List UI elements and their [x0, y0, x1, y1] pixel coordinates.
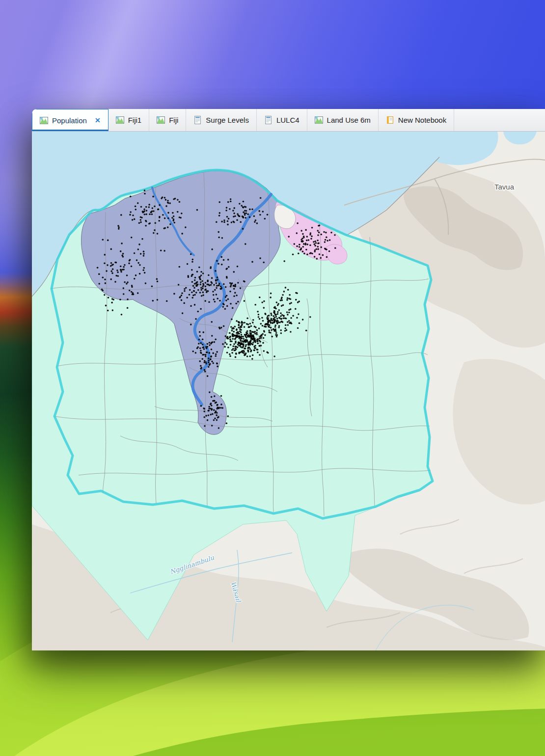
population-dot [214, 400, 216, 402]
population-dot [314, 249, 316, 251]
population-dot [196, 271, 198, 273]
population-dot [144, 214, 146, 216]
population-dot [268, 325, 270, 327]
population-dot [211, 277, 213, 279]
population-dot [277, 311, 279, 313]
population-dot [126, 274, 128, 276]
population-dot [223, 303, 225, 305]
population-dot [249, 209, 251, 211]
population-dot [167, 212, 169, 214]
population-dot [317, 246, 319, 248]
population-dot [239, 330, 241, 332]
tab-fiji[interactable]: Fiji [149, 109, 186, 131]
population-dot [179, 296, 181, 298]
tab-lulc4[interactable]: LULC4 [257, 109, 307, 131]
population-dot [196, 281, 198, 283]
population-dot [219, 300, 221, 302]
population-dot [234, 338, 236, 340]
population-dot [244, 334, 246, 336]
population-dot [137, 262, 139, 264]
tab-population[interactable]: Population✕ [32, 109, 109, 131]
map-canvas[interactable]: TavuaNgglinambuluWasail [32, 132, 545, 650]
population-dot [232, 307, 234, 309]
population-dot [263, 330, 265, 332]
population-dot [173, 216, 175, 217]
population-dot [280, 312, 282, 314]
population-dot [165, 205, 167, 207]
population-dot [111, 302, 113, 304]
population-dot [143, 253, 145, 255]
population-dot [217, 276, 218, 278]
population-dot [276, 336, 278, 338]
population-dot [286, 311, 288, 313]
population-dot [140, 219, 142, 221]
population-dot [216, 402, 218, 404]
tab-fiji1[interactable]: Fiji1 [109, 109, 150, 131]
population-dot [155, 222, 157, 224]
population-dot [217, 366, 218, 368]
population-dot [245, 346, 246, 348]
population-dot [110, 278, 112, 280]
population-dot [209, 363, 211, 365]
tab-land-use-6m[interactable]: Land Use 6m [307, 109, 379, 131]
population-dot [200, 308, 202, 310]
population-dot [117, 225, 119, 227]
population-dot [173, 222, 175, 224]
population-dot [230, 200, 232, 202]
population-dot [262, 211, 264, 213]
population-dot [241, 342, 243, 344]
population-dot [208, 414, 210, 416]
map-view[interactable]: TavuaNgglinambuluWasail [32, 132, 545, 650]
population-dot [235, 303, 237, 305]
population-dot [238, 351, 240, 353]
population-dot [220, 404, 222, 405]
population-dot [216, 285, 218, 287]
population-dot [235, 341, 237, 343]
population-dot [254, 347, 256, 349]
population-dot [104, 263, 106, 265]
tab-surge-levels[interactable]: Surge Levels [186, 109, 257, 131]
population-dot [281, 314, 283, 316]
population-dot [144, 189, 146, 191]
population-dot [210, 358, 212, 360]
population-dot [267, 214, 269, 216]
population-dot [124, 264, 126, 266]
population-dot [179, 216, 181, 218]
population-dot [200, 405, 202, 407]
population-dot [280, 315, 282, 317]
population-dot [156, 278, 158, 280]
population-dot [129, 290, 131, 292]
tab-new-notebook[interactable]: New Notebook [379, 109, 454, 131]
population-dot [289, 322, 291, 324]
population-dot [311, 235, 313, 237]
population-dot [196, 209, 198, 211]
population-dot [151, 214, 153, 216]
population-dot [221, 264, 223, 266]
population-dot [200, 281, 202, 283]
population-dot [244, 322, 245, 324]
population-dot [152, 196, 154, 198]
population-dot [274, 326, 276, 328]
population-dot [257, 311, 259, 313]
population-dot [234, 286, 236, 288]
population-dot [237, 333, 239, 335]
population-dot [270, 327, 272, 329]
population-dot [260, 337, 262, 339]
population-dot [160, 249, 162, 251]
population-dot [316, 258, 318, 260]
population-dot [123, 287, 125, 289]
population-dot [246, 318, 248, 320]
population-dot [233, 350, 235, 351]
population-dot [318, 232, 320, 234]
population-dot [219, 288, 221, 290]
population-dot [309, 316, 311, 318]
population-dot [325, 232, 327, 234]
close-icon[interactable]: ✕ [95, 116, 101, 124]
population-dot [145, 214, 147, 216]
population-dot [231, 318, 233, 320]
map-icon [157, 116, 165, 124]
population-dot [226, 277, 228, 279]
population-dot [184, 288, 186, 290]
population-dot [104, 254, 106, 256]
population-dot [234, 292, 236, 294]
